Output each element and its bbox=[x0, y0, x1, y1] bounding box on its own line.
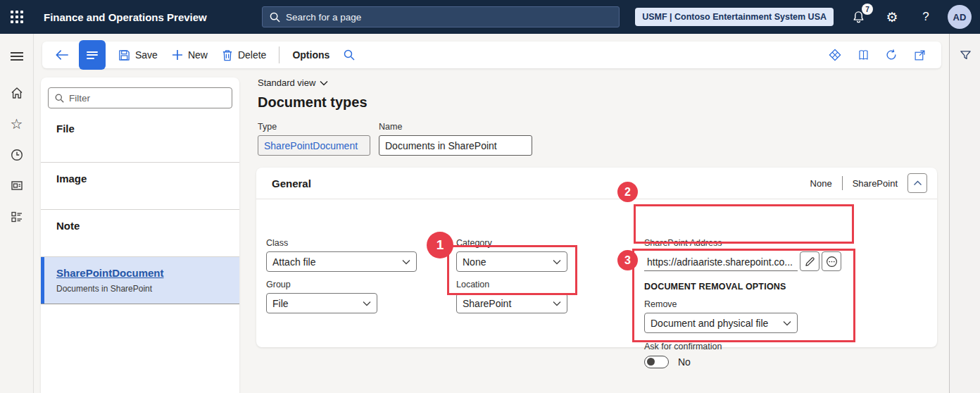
gear-icon: ⚙ bbox=[886, 9, 898, 25]
global-search[interactable] bbox=[262, 6, 620, 27]
active-list-view-button[interactable] bbox=[79, 40, 106, 70]
confirmation-field-group: Ask for confirmation No bbox=[644, 342, 722, 368]
back-button[interactable] bbox=[49, 42, 75, 68]
general-section-title: General bbox=[272, 177, 311, 189]
chevron-down-icon bbox=[553, 301, 561, 306]
company-selector[interactable]: USMF | Contoso Entertainment System USA bbox=[635, 8, 834, 26]
list-item[interactable]: Note bbox=[41, 210, 239, 257]
workspace-icon bbox=[10, 179, 24, 193]
location-dropdown[interactable]: SharePoint bbox=[456, 293, 567, 313]
new-button[interactable]: New bbox=[165, 42, 215, 68]
ask-for-confirmation-toggle[interactable] bbox=[644, 356, 669, 368]
open-in-new-icon bbox=[914, 49, 926, 61]
remove-dropdown[interactable]: Document and physical file bbox=[644, 313, 798, 333]
group-dropdown[interactable]: File bbox=[266, 293, 377, 313]
chevron-down-icon bbox=[320, 80, 328, 86]
class-label: Class bbox=[266, 238, 417, 248]
toolbar-search-button[interactable] bbox=[337, 42, 362, 68]
general-section: General None SharePoint Class Attach fil… bbox=[256, 168, 937, 347]
open-in-new-window-button[interactable] bbox=[907, 43, 931, 67]
category-dropdown[interactable]: None bbox=[456, 251, 567, 272]
sharepoint-address-value[interactable]: https://adriaariste.sharepoint.co... bbox=[644, 253, 798, 271]
search-icon bbox=[344, 49, 355, 61]
view-selector[interactable]: Standard view bbox=[258, 77, 532, 88]
name-label: Name bbox=[379, 122, 532, 132]
refresh-button[interactable] bbox=[879, 43, 903, 67]
navigation-rail: ☆ bbox=[0, 34, 34, 393]
home-button[interactable] bbox=[0, 79, 34, 107]
home-icon bbox=[10, 86, 24, 100]
help-button[interactable]: ? bbox=[914, 5, 938, 29]
remove-value: Document and physical file bbox=[651, 318, 783, 329]
new-label: New bbox=[188, 49, 208, 61]
star-icon: ☆ bbox=[11, 117, 23, 131]
modules-icon bbox=[10, 210, 24, 224]
modules-button[interactable] bbox=[0, 203, 34, 231]
list-item[interactable]: File bbox=[41, 113, 239, 163]
toolbar-divider bbox=[279, 46, 279, 63]
group-field-group: Group File bbox=[266, 280, 377, 313]
list-item-title: File bbox=[56, 123, 239, 135]
class-field-group: Class Attach file bbox=[266, 238, 417, 272]
remove-field-group: Remove Document and physical file bbox=[644, 299, 798, 333]
clock-icon bbox=[10, 148, 24, 162]
list-item-title: Note bbox=[56, 220, 239, 232]
chevron-down-icon bbox=[363, 301, 371, 306]
remove-label: Remove bbox=[644, 299, 798, 309]
more-address-options-button[interactable] bbox=[822, 251, 841, 271]
right-panel-rail bbox=[949, 34, 980, 393]
list-item-selected[interactable]: SharePointDocument Documents in SharePoi… bbox=[41, 257, 239, 304]
class-dropdown[interactable]: Attach file bbox=[266, 251, 417, 272]
global-search-input[interactable] bbox=[286, 12, 596, 23]
user-avatar[interactable]: AD bbox=[948, 5, 972, 29]
settings-button[interactable]: ⚙ bbox=[880, 5, 904, 29]
list-filter-input[interactable] bbox=[69, 93, 217, 104]
notifications-button[interactable]: 7 bbox=[846, 5, 870, 29]
funnel-icon bbox=[959, 49, 972, 62]
save-label: Save bbox=[135, 49, 158, 61]
list-item-title: SharePointDocument bbox=[56, 267, 239, 279]
name-field-group: Name bbox=[379, 122, 532, 156]
delete-button[interactable]: Delete bbox=[215, 42, 273, 68]
confirmation-value: No bbox=[678, 356, 691, 368]
class-value: Attach file bbox=[272, 256, 402, 268]
list-lines-icon bbox=[87, 49, 98, 61]
favorites-button[interactable]: ☆ bbox=[0, 110, 34, 138]
back-arrow-icon bbox=[55, 49, 69, 61]
expand-nav-button[interactable] bbox=[0, 42, 34, 70]
name-field[interactable] bbox=[379, 135, 532, 156]
pencil-icon bbox=[805, 256, 815, 267]
diamond-grid-icon bbox=[829, 49, 841, 61]
app-launcher-button[interactable] bbox=[0, 0, 34, 34]
location-value: SharePoint bbox=[463, 298, 553, 309]
save-button[interactable]: Save bbox=[111, 42, 165, 68]
workspaces-button[interactable] bbox=[0, 172, 34, 200]
collapse-section-button[interactable] bbox=[907, 173, 927, 193]
type-label: Type bbox=[258, 122, 370, 132]
ellipsis-circle-icon bbox=[826, 256, 838, 268]
summary-category-value: None bbox=[810, 178, 832, 189]
edit-address-button[interactable] bbox=[800, 251, 819, 271]
chevron-up-icon bbox=[913, 180, 922, 186]
options-menu[interactable]: Options bbox=[285, 42, 337, 68]
open-in-office-button[interactable] bbox=[851, 43, 875, 67]
list-filter[interactable] bbox=[48, 87, 232, 108]
save-icon bbox=[118, 49, 130, 61]
page-header: Standard view Document types Type ShareP… bbox=[258, 77, 532, 156]
search-icon bbox=[270, 12, 280, 23]
refresh-icon bbox=[885, 49, 898, 61]
category-value: None bbox=[463, 256, 553, 268]
waffle-icon bbox=[11, 11, 23, 23]
filter-pane-button[interactable] bbox=[950, 41, 980, 69]
app-title: Finance and Operations Preview bbox=[44, 11, 207, 23]
search-icon bbox=[55, 94, 64, 103]
list-item[interactable]: Image bbox=[41, 163, 239, 210]
confirmation-label: Ask for confirmation bbox=[644, 342, 722, 351]
removal-options-header: DOCUMENT REMOVAL OPTIONS bbox=[644, 282, 786, 292]
delete-label: Delete bbox=[238, 49, 266, 61]
toggle-knob bbox=[647, 358, 655, 366]
summary-location-value: SharePoint bbox=[853, 178, 898, 189]
type-field-group: Type SharePointDocument bbox=[258, 122, 370, 156]
personalize-button[interactable] bbox=[823, 43, 847, 67]
recent-button[interactable] bbox=[0, 141, 34, 169]
